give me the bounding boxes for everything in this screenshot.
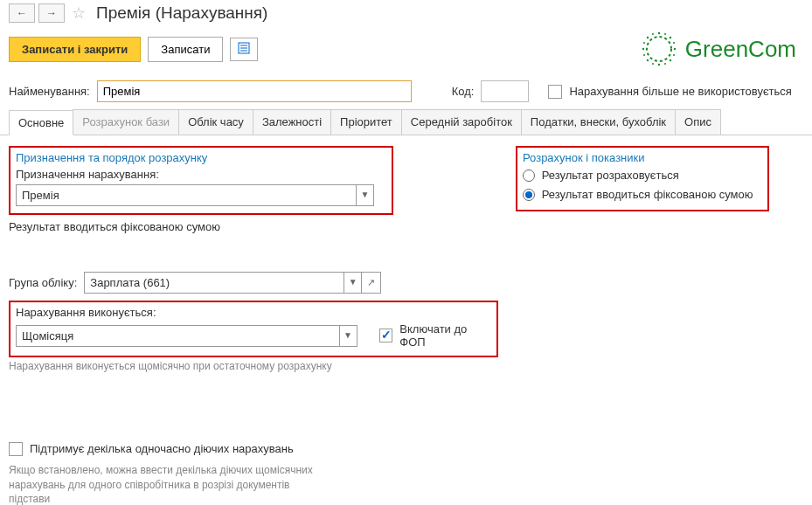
forward-button[interactable]: → xyxy=(38,3,65,23)
save-close-button[interactable]: Записати і закрити xyxy=(9,37,141,62)
purpose-value: Премія xyxy=(17,185,356,205)
svg-point-8 xyxy=(674,48,676,50)
header-fields: Найменування: Код: Нарахування більше не… xyxy=(0,77,812,109)
tabs: Основне Розрахунок бази Облік часу Залеж… xyxy=(0,109,812,135)
back-button[interactable]: ← xyxy=(9,3,35,23)
action-bar: Записати і закрити Записати GreenCom xyxy=(0,24,812,77)
favorite-star-icon[interactable]: ☆ xyxy=(72,3,86,23)
svg-point-18 xyxy=(673,54,675,56)
tab-time[interactable]: Облік часу xyxy=(178,109,253,135)
purpose-section: Призначення та порядок розрахунку Призна… xyxy=(9,146,393,215)
execution-value: Щомісяця xyxy=(17,326,339,346)
include-fop-checkbox[interactable] xyxy=(379,329,392,342)
execution-hint: Нарахування виконується щомісячно при ос… xyxy=(9,359,498,374)
name-label: Найменування: xyxy=(9,85,90,98)
chevron-down-icon[interactable]: ▼ xyxy=(356,185,373,205)
execution-section: Нарахування виконується: Щомісяця ▼ Вклю… xyxy=(9,301,498,357)
list-icon-button[interactable] xyxy=(230,38,258,61)
purpose-select[interactable]: Премія ▼ xyxy=(16,184,374,206)
tab-main[interactable]: Основне xyxy=(9,110,73,135)
tab-average[interactable]: Середній заробіток xyxy=(401,109,522,135)
svg-point-13 xyxy=(652,33,654,35)
code-label: Код: xyxy=(452,85,475,98)
svg-point-5 xyxy=(658,32,660,34)
purpose-label: Призначення нарахування: xyxy=(16,168,386,181)
save-button[interactable]: Записати xyxy=(148,37,223,62)
calc-section: Розрахунок і показники Результат розрахо… xyxy=(516,146,769,211)
logo: GreenCom xyxy=(640,30,803,68)
calc-opt2: Результат вводиться фіксованою сумою xyxy=(542,188,753,201)
chevron-down-icon[interactable]: ▼ xyxy=(339,326,357,346)
page-title: Премія (Нарахування) xyxy=(96,3,267,23)
svg-point-16 xyxy=(673,42,675,44)
logo-text: GreenCom xyxy=(685,36,796,63)
tab-deps[interactable]: Залежності xyxy=(253,109,331,135)
svg-point-19 xyxy=(652,63,654,65)
not-used-label: Нарахування більше не використовується xyxy=(569,85,791,98)
support-row: Підтримує декілька одночасно діючих нара… xyxy=(9,442,498,456)
right-column: Розрахунок і показники Результат розрахо… xyxy=(516,146,803,505)
list-icon xyxy=(238,42,250,54)
svg-point-11 xyxy=(647,59,649,61)
result-text: Результат вводиться фіксованою сумою xyxy=(9,220,498,233)
svg-point-12 xyxy=(670,59,671,61)
svg-point-7 xyxy=(642,48,644,50)
group-row: Група обліку: Зарплата (661) ▼ ↗ xyxy=(9,272,498,294)
support-checkbox[interactable] xyxy=(9,442,23,456)
svg-point-6 xyxy=(658,64,660,66)
support-hint: Якщо встановлено, можна ввести декілька … xyxy=(9,463,323,505)
chevron-down-icon[interactable]: ▼ xyxy=(344,273,361,293)
calc-radio-calculated[interactable] xyxy=(523,169,535,182)
tab-taxes[interactable]: Податки, внески, бухоблік xyxy=(521,109,676,135)
tab-desc[interactable]: Опис xyxy=(675,109,721,135)
execution-label: Нарахування виконується: xyxy=(16,306,491,319)
tab-priority[interactable]: Пріоритет xyxy=(330,109,402,135)
svg-point-17 xyxy=(643,54,645,56)
include-fop-label: Включати до ФОП xyxy=(399,322,491,349)
svg-point-4 xyxy=(647,37,671,61)
group-select[interactable]: Зарплата (661) ▼ ↗ xyxy=(84,272,381,294)
not-used-checkbox[interactable] xyxy=(548,85,562,99)
purpose-title: Призначення та порядок розрахунку xyxy=(16,151,386,164)
svg-point-20 xyxy=(664,63,666,65)
code-input[interactable] xyxy=(481,80,529,102)
open-external-icon[interactable]: ↗ xyxy=(361,273,380,293)
support-label: Підтримує декілька одночасно діючих нара… xyxy=(30,442,294,455)
svg-point-15 xyxy=(643,42,645,44)
logo-icon xyxy=(640,30,678,68)
calc-title: Розрахунок і показники xyxy=(523,151,762,164)
calc-radio-fixed[interactable] xyxy=(523,189,535,201)
group-value: Зарплата (661) xyxy=(85,273,344,293)
tab-base[interactable]: Розрахунок бази xyxy=(73,109,179,135)
svg-point-14 xyxy=(664,33,666,35)
name-input[interactable] xyxy=(97,80,412,102)
svg-point-9 xyxy=(647,37,649,38)
content: Призначення та порядок розрахунку Призна… xyxy=(0,135,812,505)
left-column: Призначення та порядок розрахунку Призна… xyxy=(9,146,498,505)
execution-select[interactable]: Щомісяця ▼ xyxy=(16,325,357,347)
title-bar: ← → ☆ Премія (Нарахування) xyxy=(0,0,812,24)
group-label: Група обліку: xyxy=(9,276,77,289)
calc-opt1: Результат розраховується xyxy=(542,169,679,182)
svg-point-10 xyxy=(670,37,671,38)
